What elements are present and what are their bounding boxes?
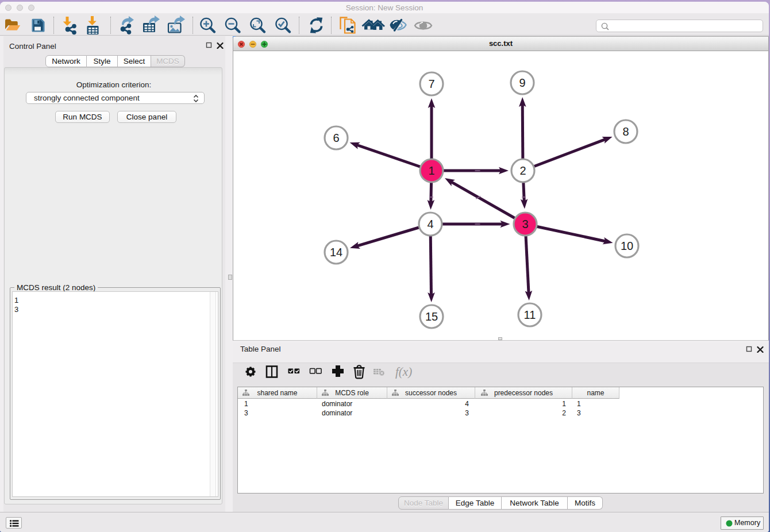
svg-text:4: 4 <box>427 218 433 230</box>
svg-text:3: 3 <box>522 218 528 230</box>
svg-text:9: 9 <box>519 76 525 89</box>
svg-text:14: 14 <box>330 246 342 259</box>
svg-text:7: 7 <box>428 78 434 90</box>
svg-text:11: 11 <box>524 309 536 321</box>
svg-text:f(x): f(x) <box>395 365 412 379</box>
svg-text:1: 1 <box>428 164 434 177</box>
svg-text:8: 8 <box>622 125 629 138</box>
svg-text:10: 10 <box>621 240 633 252</box>
svg-text:6: 6 <box>333 132 339 144</box>
svg-text:2: 2 <box>519 164 526 177</box>
svg-text:15: 15 <box>425 310 438 323</box>
